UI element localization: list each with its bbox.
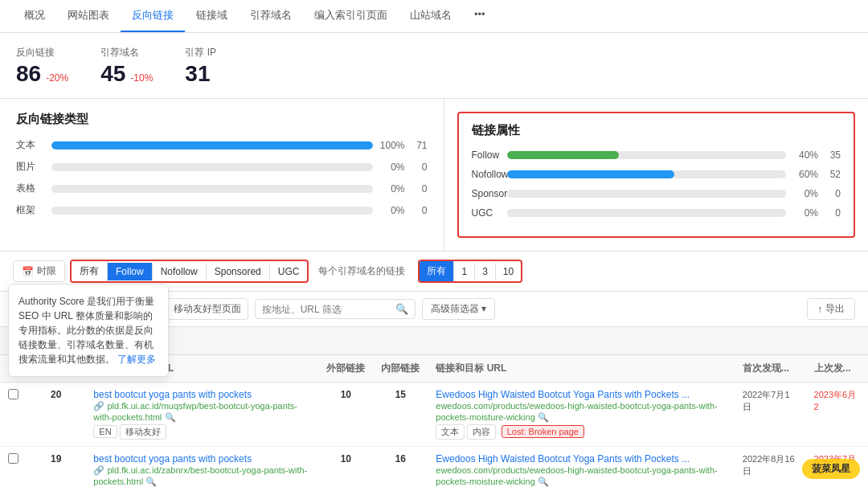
bar-pct: 0% bbox=[379, 205, 405, 216]
bar-row: Nofollow 60% 52 bbox=[472, 169, 841, 180]
count-3[interactable]: 3 bbox=[475, 263, 496, 280]
export-icon: ↑ bbox=[817, 304, 822, 315]
domains-label: 引荐域名 bbox=[100, 46, 153, 59]
th-target[interactable]: 链接和目标 URL bbox=[428, 355, 735, 383]
backlinks-stat: 反向链接 86 -20% bbox=[16, 46, 68, 85]
backlinks-value: 86 bbox=[16, 63, 41, 85]
as-score: 20 bbox=[27, 383, 85, 447]
target-url-link[interactable]: ewedoos.com/products/ewedoos-high-waiste… bbox=[436, 465, 717, 486]
bar-row: 文本 100% 71 bbox=[16, 138, 428, 152]
count-1[interactable]: 1 bbox=[454, 263, 475, 280]
bar-track bbox=[51, 163, 373, 171]
int-links: 15 bbox=[373, 383, 428, 447]
target-title-link[interactable]: Ewedoos High Waisted Bootcut Yoga Pants … bbox=[436, 453, 690, 464]
tab-overview[interactable]: 概况 bbox=[13, 0, 56, 32]
tab-link-domains[interactable]: 链接域 bbox=[185, 0, 239, 32]
backlinks-change: -20% bbox=[46, 72, 68, 84]
tooltip-link[interactable]: 了解更多 bbox=[117, 354, 156, 365]
date-button[interactable]: 📅 时限 bbox=[13, 260, 65, 282]
filter-nofollow[interactable]: Nofollow bbox=[153, 263, 207, 280]
calendar-icon: 📅 bbox=[22, 266, 34, 277]
bar-label: UGC bbox=[472, 207, 501, 219]
row-checkbox-cell[interactable] bbox=[0, 447, 27, 488]
bar-track bbox=[507, 151, 787, 159]
th-first-found[interactable]: 首次发现... bbox=[735, 355, 806, 383]
link-attr-bars: Follow 40% 35 Nofollow 60% 52 Sponsored … bbox=[472, 149, 841, 219]
table-body: 20 best bootcut yoga pants with pockets … bbox=[0, 383, 868, 488]
th-last-found[interactable]: 上次发... bbox=[806, 355, 868, 383]
source-tag: EN bbox=[93, 425, 117, 438]
count-10[interactable]: 10 bbox=[496, 263, 521, 280]
search-icon: 🔍 bbox=[395, 303, 408, 315]
bar-pct: 0% bbox=[792, 207, 818, 219]
filter-follow[interactable]: Follow bbox=[108, 263, 153, 280]
link-attr-panel: 链接属性 Follow 40% 35 Nofollow 60% 52 Spons… bbox=[457, 112, 856, 238]
link-tag: 内容 bbox=[467, 424, 496, 440]
target-cell: Ewedoos High Waisted Bootcut Yoga Pants … bbox=[428, 447, 735, 488]
ips-label: 引荐 IP bbox=[185, 46, 216, 59]
bar-track bbox=[507, 170, 787, 178]
tab-backlinks[interactable]: 反向链接 bbox=[121, 0, 185, 32]
row-checkbox[interactable] bbox=[8, 453, 18, 464]
search-box[interactable]: 🔍 bbox=[255, 299, 416, 319]
target-search-icon[interactable]: 🔍 bbox=[538, 477, 549, 486]
tab-indexed-pages[interactable]: 编入索引引页面 bbox=[303, 0, 399, 32]
source-url-link[interactable]: 🔗 pld.fk.ui.ac.id/zabnrx/best-bootcut-yo… bbox=[93, 465, 307, 486]
link-attr-title: 链接属性 bbox=[472, 123, 841, 138]
target-title-link[interactable]: Ewedoos High Waisted Bootcut Yoga Pants … bbox=[436, 389, 690, 400]
row-checkbox[interactable] bbox=[8, 389, 18, 399]
bar-count: 0 bbox=[411, 205, 428, 216]
bar-count: 0 bbox=[411, 183, 428, 194]
target-search-icon[interactable]: 🔍 bbox=[538, 412, 549, 422]
bar-row: 框架 0% 0 bbox=[16, 203, 428, 217]
bar-pct: 0% bbox=[379, 183, 405, 194]
tab-subdomain[interactable]: 山站域名 bbox=[399, 0, 463, 32]
date-label: 时限 bbox=[37, 264, 56, 278]
search-input[interactable] bbox=[262, 304, 395, 315]
th-int[interactable]: 内部链接 bbox=[373, 355, 428, 383]
tab-site-chart[interactable]: 网站图表 bbox=[56, 0, 121, 32]
bar-row: 图片 0% 0 bbox=[16, 160, 428, 174]
bar-count: 71 bbox=[411, 140, 428, 151]
bar-pct: 40% bbox=[792, 149, 818, 161]
first-found: 2022年7月1日 bbox=[735, 383, 806, 447]
bar-label: Follow bbox=[472, 149, 501, 161]
row-checkbox-cell[interactable] bbox=[0, 383, 27, 447]
bar-label: 文本 bbox=[16, 138, 45, 152]
advanced-filter-button[interactable]: 高级筛选器 ▾ bbox=[422, 298, 495, 320]
link-tag: 文本 bbox=[436, 424, 465, 440]
mobile-dropdown[interactable]: 移动友好型页面 bbox=[166, 298, 248, 320]
ext-links: 10 bbox=[318, 447, 373, 488]
backlinks-label: 反向链接 bbox=[16, 46, 68, 59]
tab-more[interactable]: ••• bbox=[463, 0, 497, 32]
link-types-title: 反向链接类型 bbox=[16, 112, 428, 127]
filter-ugc[interactable]: UGC bbox=[270, 263, 308, 280]
ips-value: 31 bbox=[185, 63, 210, 85]
filter-sponsored[interactable]: Sponsored bbox=[207, 263, 270, 280]
ext-links: 10 bbox=[318, 383, 373, 447]
bar-label: Sponsored bbox=[472, 188, 501, 199]
source-cell: best bootcut yoga pants with pockets 🔗 p… bbox=[85, 383, 318, 447]
target-url-link[interactable]: ewedoos.com/products/ewedoos-high-waiste… bbox=[436, 401, 717, 422]
domains-stat: 引荐域名 45 -10% bbox=[100, 46, 153, 85]
source-title-link[interactable]: best bootcut yoga pants with pockets bbox=[93, 389, 252, 400]
th-ext[interactable]: 外部链接 bbox=[318, 355, 373, 383]
filter-all[interactable]: 所有 bbox=[72, 261, 108, 281]
source-title-link[interactable]: best bootcut yoga pants with pockets bbox=[93, 453, 252, 464]
tab-referral-domains[interactable]: 引荐域名 bbox=[239, 0, 303, 32]
watermark: 菠菜凤星 bbox=[802, 459, 860, 479]
export-button[interactable]: ↑ 导出 bbox=[807, 298, 855, 320]
count-all[interactable]: 所有 bbox=[420, 261, 454, 281]
count-group: 所有 1 3 10 bbox=[418, 260, 522, 283]
search-icon-small[interactable]: 🔍 bbox=[165, 412, 176, 422]
search-icon-small[interactable]: 🔍 bbox=[145, 477, 157, 486]
tooltip-box: Authority Score 是我们用于衡量 SEO 中 URL 整体质量和影… bbox=[8, 284, 169, 377]
source-url-link[interactable]: 🔗 pld.fk.ui.ac.id/muqsfwp/best-bootcut-y… bbox=[93, 401, 297, 422]
bar-track bbox=[507, 209, 787, 217]
bar-count: 0 bbox=[411, 162, 428, 173]
bar-pct: 0% bbox=[379, 162, 405, 173]
bar-label: 图片 bbox=[16, 160, 45, 174]
bar-pct: 60% bbox=[792, 169, 818, 180]
bar-fill bbox=[51, 141, 373, 149]
top-tabs: 概况 网站图表 反向链接 链接域 引荐域名 编入索引引页面 山站域名 ••• bbox=[0, 0, 868, 33]
